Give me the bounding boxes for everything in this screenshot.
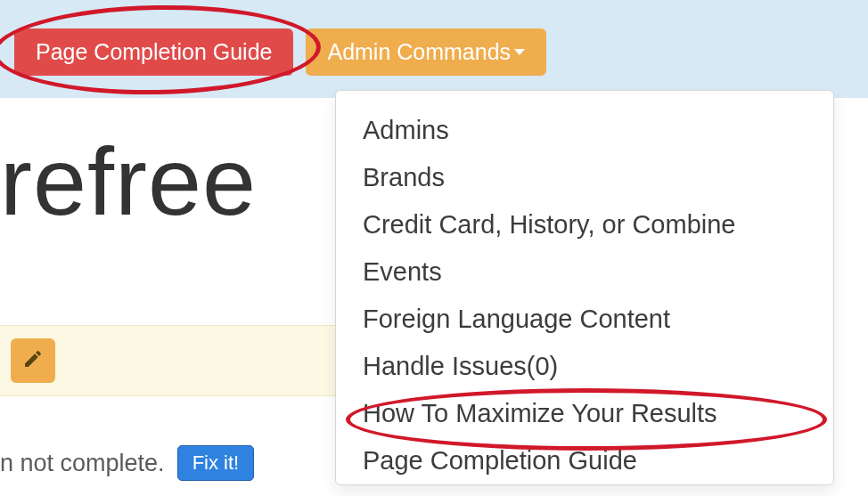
caret-down-icon (514, 49, 525, 55)
status-text-fragment: n not complete. (0, 450, 165, 477)
dropdown-item-foreign-language[interactable]: Foreign Language Content (336, 296, 833, 343)
dropdown-item-label: Foreign Language Content (363, 305, 670, 333)
top-bar: Page Completion Guide Admin Commands (0, 0, 868, 98)
edit-strip (0, 325, 339, 396)
page-completion-guide-label: Page Completion Guide (36, 39, 272, 65)
dropdown-item-brands[interactable]: Brands (336, 154, 833, 201)
admin-commands-label: Admin Commands (327, 39, 511, 65)
dropdown-item-label: Credit Card, History, or Combine (363, 210, 735, 239)
dropdown-item-handle-issues[interactable]: Handle Issues(0) (336, 343, 833, 390)
dropdown-item-label: Admins (363, 116, 449, 144)
dropdown-item-page-completion-guide[interactable]: Page Completion Guide (336, 437, 833, 484)
dropdown-item-label: Brands (363, 163, 445, 191)
dropdown-item-label: Page Completion Guide (363, 446, 637, 475)
dropdown-item-label: Handle Issues(0) (363, 352, 558, 380)
fix-it-label: Fix it! (192, 451, 240, 475)
page-title-fragment: refree (0, 134, 257, 230)
admin-commands-button[interactable]: Admin Commands (306, 28, 546, 76)
fix-it-button[interactable]: Fix it! (177, 445, 255, 481)
edit-button[interactable] (11, 338, 55, 383)
dropdown-item-label: Events (363, 257, 442, 286)
dropdown-item-label: How To Maximize Your Results (363, 399, 717, 427)
pencil-icon (22, 348, 44, 373)
dropdown-item-credit-card[interactable]: Credit Card, History, or Combine (336, 201, 833, 248)
admin-commands-dropdown: Admins Brands Credit Card, History, or C… (335, 90, 834, 485)
status-row: n not complete. Fix it! (0, 445, 254, 481)
dropdown-item-events[interactable]: Events (336, 248, 833, 296)
page-completion-guide-button[interactable]: Page Completion Guide (14, 28, 293, 76)
dropdown-item-maximize-results[interactable]: How To Maximize Your Results (336, 390, 833, 437)
dropdown-item-admins[interactable]: Admins (336, 107, 833, 154)
